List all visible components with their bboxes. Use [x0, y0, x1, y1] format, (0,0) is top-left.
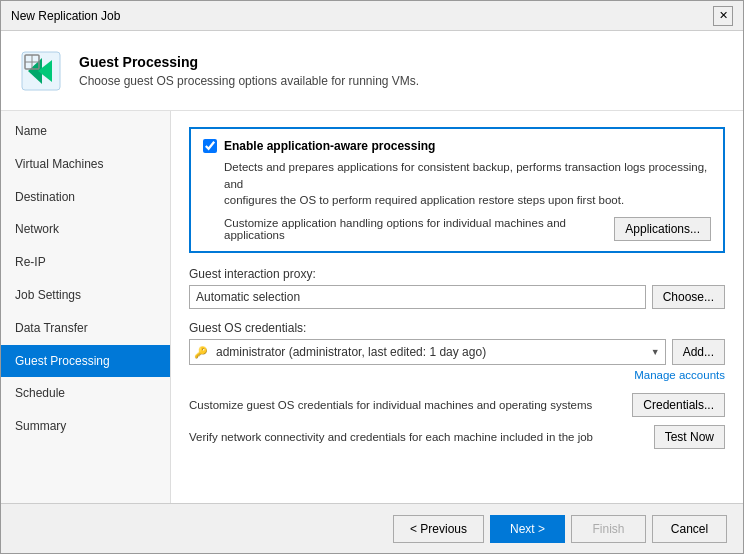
sidebar-item-data-transfer[interactable]: Data Transfer: [1, 312, 170, 345]
enable-app-aware-section: Enable application-aware processing Dete…: [189, 127, 725, 253]
sidebar-item-guest-processing[interactable]: Guest Processing: [1, 345, 170, 378]
credentials-button[interactable]: Credentials...: [632, 393, 725, 417]
description-line1: Detects and prepares applications for co…: [224, 159, 711, 209]
guest-interaction-proxy-row: Choose...: [189, 285, 725, 309]
next-button[interactable]: Next >: [490, 515, 565, 543]
header-subtitle: Choose guest OS processing options avail…: [79, 74, 419, 88]
guest-os-credentials-label: Guest OS credentials:: [189, 321, 725, 335]
previous-button[interactable]: < Previous: [393, 515, 484, 543]
header-area: Guest Processing Choose guest OS process…: [1, 31, 743, 111]
add-button[interactable]: Add...: [672, 339, 725, 365]
guest-os-credentials-group: Guest OS credentials: 🔑 administrator (a…: [189, 321, 725, 381]
enable-app-label[interactable]: Enable application-aware processing: [224, 139, 435, 153]
title-bar: New Replication Job ✕: [1, 1, 743, 31]
customize-row: Customize application handling options f…: [224, 217, 711, 241]
sidebar: Name Virtual Machines Destination Networ…: [1, 111, 171, 503]
choose-button[interactable]: Choose...: [652, 285, 725, 309]
customize-credentials-label: Customize guest OS credentials for indiv…: [189, 399, 632, 411]
guest-interaction-proxy-input[interactable]: [189, 285, 646, 309]
guest-interaction-proxy-label: Guest interaction proxy:: [189, 267, 725, 281]
main-content: Name Virtual Machines Destination Networ…: [1, 111, 743, 503]
sidebar-item-name[interactable]: Name: [1, 115, 170, 148]
close-button[interactable]: ✕: [713, 6, 733, 26]
enable-app-checkbox[interactable]: [203, 139, 217, 153]
customize-credentials-row: Customize guest OS credentials for indiv…: [189, 393, 725, 417]
test-now-button[interactable]: Test Now: [654, 425, 725, 449]
header-title: Guest Processing: [79, 54, 419, 70]
verify-row: Verify network connectivity and credenti…: [189, 425, 725, 449]
window: New Replication Job ✕ Guest Processing C…: [0, 0, 744, 554]
content-area: Enable application-aware processing Dete…: [171, 111, 743, 503]
applications-button[interactable]: Applications...: [614, 217, 711, 241]
sidebar-item-re-ip[interactable]: Re-IP: [1, 246, 170, 279]
guest-os-credentials-row: 🔑 administrator (administrator, last edi…: [189, 339, 725, 365]
verify-label: Verify network connectivity and credenti…: [189, 431, 654, 443]
enable-checkbox-row: Enable application-aware processing: [203, 139, 711, 153]
manage-accounts-link[interactable]: Manage accounts: [189, 369, 725, 381]
guest-interaction-proxy-group: Guest interaction proxy: Choose...: [189, 267, 725, 309]
sidebar-item-job-settings[interactable]: Job Settings: [1, 279, 170, 312]
credentials-select-wrapper: 🔑 administrator (administrator, last edi…: [189, 339, 666, 365]
credentials-select[interactable]: administrator (administrator, last edite…: [189, 339, 666, 365]
cancel-button[interactable]: Cancel: [652, 515, 727, 543]
sidebar-item-virtual-machines[interactable]: Virtual Machines: [1, 148, 170, 181]
window-title: New Replication Job: [11, 9, 120, 23]
finish-button[interactable]: Finish: [571, 515, 646, 543]
sidebar-item-network[interactable]: Network: [1, 213, 170, 246]
header-text: Guest Processing Choose guest OS process…: [79, 54, 419, 88]
customize-label: Customize application handling options f…: [224, 217, 614, 241]
sidebar-item-schedule[interactable]: Schedule: [1, 377, 170, 410]
header-icon: [17, 47, 65, 95]
footer: < Previous Next > Finish Cancel: [1, 503, 743, 553]
sidebar-item-summary[interactable]: Summary: [1, 410, 170, 443]
sidebar-item-destination[interactable]: Destination: [1, 181, 170, 214]
